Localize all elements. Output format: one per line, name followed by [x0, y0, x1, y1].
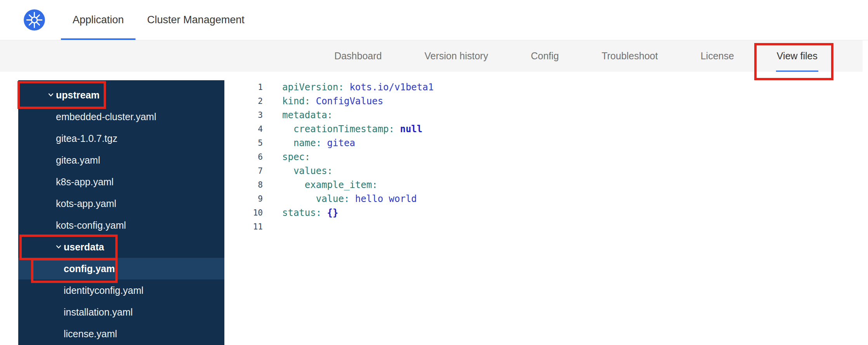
tab-troubleshoot[interactable]: Troubleshoot — [602, 40, 658, 72]
tree-file-gitea-1-0-7-tgz[interactable]: gitea-1.0.7.tgz — [18, 128, 224, 149]
line-number: 4 — [224, 122, 263, 136]
scrollbar-track[interactable] — [863, 40, 868, 72]
tree-label: userdata — [64, 242, 104, 253]
line-number: 10 — [224, 206, 263, 220]
code-token — [310, 96, 316, 107]
code-token: ConfigValues — [316, 96, 383, 107]
tab-license[interactable]: License — [701, 40, 734, 72]
tree-file-k8s-app-yaml[interactable]: k8s-app.yaml — [18, 171, 224, 193]
editor-code[interactable]: apiVersion: kots.io/v1beta1kind: ConfigV… — [263, 80, 434, 345]
top-tab-cluster-management[interactable]: Cluster Management — [135, 0, 256, 40]
kubernetes-logo[interactable] — [23, 9, 45, 31]
app-subnav: DashboardVersion historyConfigTroublesho… — [0, 40, 868, 72]
code-token — [344, 82, 349, 93]
tab-config[interactable]: Config — [531, 40, 559, 72]
code-line[interactable]: creationTimestamp: null — [282, 122, 434, 136]
tree-file-config-yaml[interactable]: config.yaml — [18, 258, 224, 279]
tree-label: k8s-app.yaml — [56, 176, 114, 188]
line-number: 5 — [224, 136, 263, 150]
line-number: 6 — [224, 150, 263, 164]
code-token — [282, 166, 293, 176]
code-line[interactable]: value: hello world — [282, 192, 434, 206]
code-token: name: — [293, 138, 321, 148]
code-token: kots.io/v1beta1 — [349, 82, 434, 93]
code-token — [321, 138, 327, 148]
tree-label: config.yaml — [64, 263, 118, 274]
code-token: hello world — [355, 193, 417, 204]
kubernetes-helm-icon — [23, 9, 45, 31]
top-tab-label: Application — [73, 14, 124, 26]
code-line[interactable]: values: — [282, 164, 434, 178]
code-token: values: — [293, 166, 333, 176]
code-line[interactable]: metadata: — [282, 108, 434, 122]
tree-file-identityconfig-yaml[interactable]: identityconfig.yaml — [18, 279, 224, 301]
top-tab-label: Cluster Management — [147, 14, 245, 26]
tab-label: Version history — [424, 50, 488, 62]
line-number: 2 — [224, 94, 263, 108]
code-token — [282, 124, 293, 135]
tree-label: embedded-cluster.yaml — [56, 111, 156, 122]
tab-view-files[interactable]: View files — [777, 40, 818, 72]
tree-label: identityconfig.yaml — [64, 285, 144, 296]
main-content: upstreamembedded-cluster.yamlgitea-1.0.7… — [0, 80, 868, 345]
tree-file-gitea-yaml[interactable]: gitea.yaml — [18, 149, 224, 171]
code-line[interactable]: apiVersion: kots.io/v1beta1 — [282, 80, 434, 94]
code-token — [394, 124, 400, 135]
tab-dashboard[interactable]: Dashboard — [334, 40, 382, 72]
code-token: creationTimestamp: — [293, 124, 394, 135]
top-header: ApplicationCluster Management — [0, 0, 868, 40]
code-editor: 1234567891011 apiVersion: kots.io/v1beta… — [224, 80, 868, 345]
file-tree: upstreamembedded-cluster.yamlgitea-1.0.7… — [18, 80, 224, 345]
tab-version-history[interactable]: Version history — [424, 40, 488, 72]
editor-gutter: 1234567891011 — [224, 80, 263, 345]
tree-file-embedded-cluster-yaml[interactable]: embedded-cluster.yaml — [18, 106, 224, 128]
tab-label: Dashboard — [334, 50, 382, 62]
tree-file-kots-config-yaml[interactable]: kots-config.yaml — [18, 214, 224, 236]
code-token — [349, 193, 355, 204]
code-token: example_item: — [305, 179, 378, 190]
code-token — [282, 138, 293, 148]
code-line[interactable]: example_item: — [282, 178, 434, 192]
tree-label: gitea-1.0.7.tgz — [56, 133, 117, 144]
code-token: spec: — [282, 152, 310, 162]
code-token — [321, 207, 327, 218]
code-line[interactable]: kind: ConfigValues — [282, 94, 434, 108]
line-number: 1 — [224, 80, 263, 94]
tree-folder-upstream[interactable]: upstream — [18, 84, 224, 106]
code-token — [282, 179, 305, 190]
tab-label: Troubleshoot — [602, 50, 658, 62]
code-token: gitea — [327, 138, 355, 148]
code-token: null — [400, 124, 422, 135]
line-number: 9 — [224, 192, 263, 206]
top-tab-application[interactable]: Application — [61, 0, 135, 40]
code-token: value: — [316, 193, 350, 204]
tab-label: View files — [777, 50, 818, 62]
admin-console: ApplicationCluster Management DashboardV… — [0, 0, 868, 345]
chevron-down-icon — [47, 91, 56, 99]
code-token: apiVersion: — [282, 82, 344, 93]
tree-label: upstream — [56, 90, 100, 101]
tab-label: License — [701, 50, 734, 62]
tab-label: Config — [531, 50, 559, 62]
code-line[interactable] — [282, 220, 434, 234]
tree-label: gitea.yaml — [56, 155, 100, 166]
tree-label: kots-config.yaml — [56, 220, 126, 231]
tree-file-kots-app-yaml[interactable]: kots-app.yaml — [18, 193, 224, 214]
code-token — [282, 193, 316, 204]
tree-label: kots-app.yaml — [56, 198, 116, 209]
top-tabs: ApplicationCluster Management — [61, 0, 256, 40]
tree-folder-userdata[interactable]: userdata — [18, 236, 224, 258]
tree-file-license-yaml[interactable]: license.yaml — [18, 323, 224, 345]
code-token: metadata: — [282, 110, 333, 121]
code-token: status: — [282, 207, 321, 218]
code-line[interactable]: name: gitea — [282, 136, 434, 150]
line-number: 7 — [224, 164, 263, 178]
chevron-down-icon — [55, 243, 64, 251]
line-number: 11 — [224, 220, 263, 234]
code-line[interactable]: status: {} — [282, 206, 434, 220]
tree-file-installation-yaml[interactable]: installation.yaml — [18, 301, 224, 323]
line-number: 3 — [224, 108, 263, 122]
code-line[interactable]: spec: — [282, 150, 434, 164]
code-token: kind: — [282, 96, 310, 107]
line-number: 8 — [224, 178, 263, 192]
